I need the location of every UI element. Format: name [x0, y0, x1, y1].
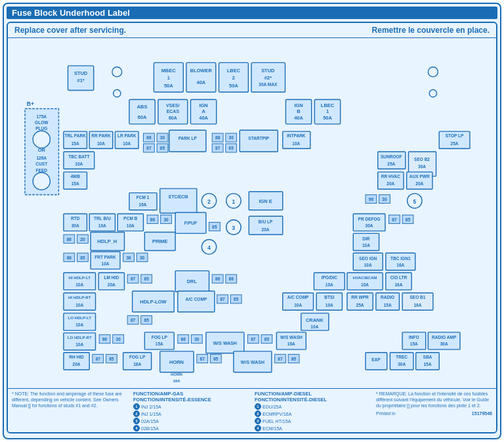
svg-rect-20 [186, 62, 216, 92]
legend-circle: 5 [133, 432, 140, 433]
svg-text:85: 85 [144, 276, 150, 281]
legend-circle: 4 [255, 425, 261, 431]
svg-text:87: 87 [131, 276, 136, 281]
svg-text:HI HDLP-LT: HI HDLP-LT [69, 276, 91, 280]
svg-point-12 [112, 67, 122, 77]
svg-text:STUD: STUD [74, 70, 88, 76]
svg-text:85: 85 [109, 357, 114, 361]
svg-text:10A: 10A [102, 261, 110, 266]
svg-text:HORN: HORN [171, 372, 182, 376]
svg-text:15A: 15A [156, 342, 163, 346]
svg-text:30A: 30A [366, 223, 373, 228]
svg-text:PR DEFOG: PR DEFOG [358, 217, 381, 221]
svg-text:B: B [297, 108, 301, 114]
svg-text:STUD: STUD [261, 68, 275, 74]
svg-text:TREC: TREC [396, 355, 408, 359]
svg-text:4: 4 [207, 244, 211, 251]
svg-text:FOG LP: FOG LP [129, 355, 146, 359]
svg-text:RR WPR: RR WPR [351, 295, 369, 299]
note-right: * REMARQUE: La fonction et l'intensité d… [376, 391, 492, 409]
svg-text:86: 86 [150, 217, 156, 222]
svg-text:2: 2 [207, 198, 211, 205]
svg-text:25A: 25A [387, 162, 395, 166]
function-diesel-col: FUNCTION/AMP-DIESEL FONCTION/INTENSITÉ-D… [255, 391, 371, 433]
svg-text:86: 86 [102, 337, 108, 342]
svg-text:85: 85 [229, 146, 234, 150]
svg-text:10A: 10A [326, 303, 333, 307]
svg-rect-73 [240, 130, 278, 152]
svg-text:FRT PARK: FRT PARK [94, 255, 116, 259]
svg-text:5: 5 [413, 198, 416, 205]
svg-text:RTD: RTD [71, 216, 80, 221]
svg-text:INTPARK: INTPARK [287, 133, 306, 138]
svg-text:10A: 10A [326, 282, 333, 287]
svg-text:LO HDLP-LT: LO HDLP-LT [68, 316, 91, 320]
svg-text:F/PUP: F/PUP [184, 221, 198, 225]
legend-item: 4ECM/15A [255, 425, 371, 431]
svg-text:RR HVAC: RR HVAC [381, 174, 401, 179]
svg-text:30A: 30A [440, 342, 448, 346]
svg-text:TRL B/U: TRL B/U [94, 216, 111, 221]
svg-text:HI HDLP-RT: HI HDLP-RT [68, 296, 91, 299]
svg-text:10A: 10A [97, 141, 105, 146]
svg-text:86: 86 [181, 337, 186, 342]
svg-rect-106 [160, 188, 197, 213]
svg-text:ETC/ECM: ETC/ECM [169, 194, 188, 199]
svg-text:88: 88 [215, 135, 220, 140]
svg-text:A/C COMP: A/C COMP [186, 297, 207, 301]
svg-text:126A: 126A [36, 156, 47, 160]
svg-text:10A: 10A [75, 322, 83, 327]
outer-border: Fuse Block Underhood Label Replace cover… [3, 3, 501, 439]
svg-text:#2*: #2* [264, 75, 272, 81]
svg-text:IGN: IGN [294, 102, 303, 108]
svg-text:86: 86 [146, 135, 152, 140]
svg-text:15A: 15A [423, 362, 431, 366]
svg-point-8 [33, 173, 50, 190]
svg-text:87: 87 [96, 357, 101, 361]
function-diesel-title: FUNCTION/AMP-DIESEL FONCTION/INTENSITÉ-D… [255, 391, 371, 403]
main-title: Fuse Block Underhood Label [12, 8, 130, 18]
svg-text:SBA: SBA [423, 355, 432, 359]
title-bar: Fuse Block Underhood Label [7, 7, 497, 19]
svg-text:20A: 20A [73, 362, 81, 366]
svg-text:TRL PARK: TRL PARK [64, 133, 86, 138]
svg-text:RADIO AMP: RADIO AMP [432, 335, 457, 340]
svg-text:CUST: CUST [35, 162, 47, 166]
function-gas-title: FUNCTION/AMP-GAS FONCTION/INTENSITÉ-ESSE… [133, 391, 249, 403]
b-plus-label: B+ [27, 100, 34, 107]
legend-item: 1INJ 2/15A [133, 403, 249, 410]
svg-text:96: 96 [369, 197, 374, 202]
svg-text:87: 87 [278, 357, 283, 361]
svg-text:10A: 10A [75, 342, 83, 347]
svg-text:LM HID: LM HID [104, 275, 119, 280]
svg-text:1: 1 [232, 198, 236, 205]
svg-text:LBEC: LBEC [321, 102, 335, 108]
svg-text:RADIO: RADIO [381, 295, 394, 299]
legend-text: ECM/15A [262, 426, 282, 431]
svg-point-14 [114, 90, 121, 97]
legend-text: FUEL HT/15A [262, 419, 291, 424]
legend-text: ECMRPV/16A [262, 412, 291, 416]
svg-text:4WB: 4WB [70, 174, 80, 179]
svg-text:20A: 20A [415, 181, 423, 186]
svg-text:HDLP_H: HDLP_H [97, 238, 117, 244]
svg-text:30: 30 [163, 217, 169, 222]
svg-text:ECAS: ECAS [167, 109, 180, 114]
legend-circle: 5 [255, 432, 261, 433]
function-gas-col: FUNCTION/AMP-GAS FONCTION/INTENSITÉ-ESSE… [133, 391, 249, 433]
svg-text:15A: 15A [72, 181, 79, 186]
svg-point-15 [429, 90, 436, 97]
svg-text:85: 85 [213, 357, 219, 361]
note-right-col: * REMARQUE: La fonction et l'intensité d… [376, 391, 492, 433]
svg-text:HVAC/BCAM: HVAC/BCAM [353, 276, 377, 280]
svg-text:85: 85 [212, 225, 217, 229]
gas-items: 1INJ 2/15A2INJ 1/15A302A/15A402B/15A5IGN… [133, 403, 249, 433]
svg-text:50A: 50A [229, 83, 238, 89]
svg-text:SEO B1: SEO B1 [410, 295, 425, 299]
svg-text:85: 85 [234, 297, 239, 301]
svg-text:30A MAX: 30A MAX [259, 82, 278, 87]
crank-label: CRANK [306, 317, 324, 323]
svg-text:10A: 10A [123, 141, 131, 146]
svg-text:15A: 15A [410, 342, 418, 346]
svg-text:10A: 10A [310, 324, 318, 329]
